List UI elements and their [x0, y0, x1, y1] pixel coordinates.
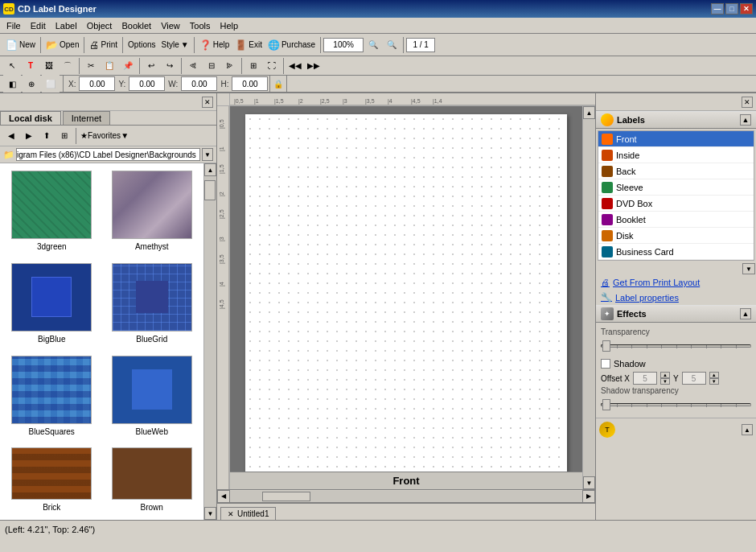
- canvas-scroll-up[interactable]: ▲: [583, 106, 595, 119]
- tool-zoom-fit[interactable]: ⛶: [263, 57, 281, 75]
- view-toggle-button[interactable]: ⊞: [56, 128, 72, 144]
- tool-select[interactable]: ↖: [3, 57, 21, 75]
- w-input[interactable]: [181, 76, 217, 91]
- tool-misc2[interactable]: ⊕: [23, 75, 40, 93]
- file-item-bluesquares[interactable]: BlueSquares: [3, 352, 101, 441]
- maximize-button[interactable]: □: [725, 3, 738, 14]
- path-input[interactable]: [16, 148, 200, 161]
- offset-x-input[interactable]: [633, 372, 657, 385]
- offset-y-down[interactable]: ▼: [709, 378, 719, 385]
- tool-next[interactable]: ▶▶: [305, 57, 323, 75]
- menu-edit[interactable]: Edit: [26, 18, 51, 33]
- file-item-blueweb[interactable]: BlueWeb: [104, 352, 201, 441]
- file-item-bluegrid[interactable]: BlueGrid: [104, 259, 201, 348]
- transparency-slider-thumb[interactable]: [602, 340, 610, 352]
- favorites-button[interactable]: ★ Favorites ▼: [80, 128, 129, 144]
- page-nav-input[interactable]: [406, 38, 435, 52]
- bottom-collapse-button[interactable]: ▲: [742, 424, 753, 435]
- scroll-up-button[interactable]: ▲: [204, 163, 216, 176]
- label-item-front[interactable]: Front: [598, 131, 754, 147]
- offset-y-input[interactable]: [682, 372, 706, 385]
- menu-file[interactable]: File: [2, 18, 26, 33]
- tool-text[interactable]: T: [22, 57, 39, 75]
- tool-redo[interactable]: ↪: [161, 57, 179, 75]
- shadow-checkbox[interactable]: [601, 359, 610, 369]
- doc-tab-untitled[interactable]: ✕ Untitled1: [220, 507, 276, 520]
- menu-help[interactable]: Help: [215, 18, 243, 33]
- offset-x-up[interactable]: ▲: [660, 372, 670, 378]
- panel-close-button[interactable]: ✕: [202, 97, 213, 108]
- style-button[interactable]: Style ▼: [159, 36, 191, 54]
- menu-tools[interactable]: Tools: [185, 18, 216, 33]
- doc-tab-close-icon[interactable]: ✕: [228, 510, 234, 518]
- tool-align-center[interactable]: ⊟: [203, 57, 220, 75]
- menu-label[interactable]: Label: [51, 18, 82, 33]
- x-input[interactable]: [79, 76, 115, 91]
- tab-local-disk[interactable]: Local disk: [0, 111, 61, 125]
- path-dropdown-button[interactable]: ▼: [202, 148, 213, 161]
- file-item-3dgreen[interactable]: 3dgreen: [3, 167, 101, 256]
- file-item-brown[interactable]: Brown: [104, 443, 201, 517]
- tool-misc1[interactable]: ◧: [3, 75, 21, 93]
- h-input[interactable]: [232, 76, 268, 91]
- offset-y-up[interactable]: ▲: [709, 372, 719, 378]
- shadow-transparency-slider-thumb[interactable]: [602, 399, 610, 410]
- file-item-amethyst[interactable]: Amethyst: [104, 167, 201, 256]
- menu-booklet[interactable]: Booklet: [117, 18, 156, 33]
- label-properties-link[interactable]: 🔧 Label properties: [596, 290, 756, 305]
- label-item-inside[interactable]: Inside: [598, 147, 754, 163]
- tool-prev[interactable]: ◀◀: [286, 57, 304, 75]
- tool-align-right[interactable]: ⫸: [221, 57, 239, 75]
- print-button[interactable]: 🖨 Print: [87, 36, 120, 54]
- zoom-input[interactable]: [323, 38, 364, 52]
- offset-x-down[interactable]: ▼: [660, 378, 670, 385]
- canvas-h-scroll-thumb[interactable]: [262, 492, 310, 501]
- effects-collapse-button[interactable]: ▲: [740, 308, 751, 319]
- tool-arc[interactable]: ⌒: [59, 57, 76, 75]
- label-list-scroll-down[interactable]: ▼: [742, 263, 755, 274]
- canvas-scroll-track[interactable]: [583, 119, 595, 476]
- nav-back-button[interactable]: ◀: [3, 128, 19, 144]
- tool-align-left[interactable]: ⫷: [184, 57, 202, 75]
- label-item-bizcard[interactable]: Business Card: [598, 244, 754, 260]
- file-item-brick[interactable]: Brick: [3, 443, 101, 517]
- canvas-h-scroll-left[interactable]: ◀: [217, 490, 230, 503]
- tool-image[interactable]: 🖼: [40, 57, 58, 75]
- right-panel-close-button[interactable]: ✕: [742, 97, 753, 108]
- label-item-dvdbox[interactable]: DVD Box: [598, 196, 754, 212]
- scroll-track[interactable]: [204, 176, 216, 507]
- label-item-disk[interactable]: Disk: [598, 228, 754, 244]
- tool-undo[interactable]: ↩: [142, 57, 160, 75]
- label-item-back[interactable]: Back: [598, 163, 754, 179]
- tool-misc3[interactable]: ⬜: [42, 75, 60, 93]
- y-input[interactable]: [129, 76, 165, 91]
- file-item-bigblue[interactable]: BigBlue: [3, 259, 101, 348]
- tool-copy[interactable]: 📋: [101, 57, 118, 75]
- scroll-down-button[interactable]: ▼: [204, 507, 216, 520]
- label-item-sleeve[interactable]: Sleeve: [598, 179, 754, 196]
- canvas-scroll[interactable]: Front: [230, 106, 582, 489]
- tool-cut[interactable]: ✂: [82, 57, 100, 75]
- open-button[interactable]: 📂 Open: [43, 36, 81, 54]
- menu-object[interactable]: Object: [82, 18, 117, 33]
- new-button[interactable]: 📄 New: [3, 36, 38, 54]
- label-item-booklet[interactable]: Booklet: [598, 212, 754, 228]
- tool-paste[interactable]: 📌: [119, 57, 137, 75]
- help-button[interactable]: ❓ Help: [197, 36, 232, 54]
- options-button[interactable]: Options: [125, 36, 158, 54]
- close-button[interactable]: ✕: [740, 3, 753, 14]
- minimize-button[interactable]: —: [711, 3, 724, 14]
- zoom-in-button[interactable]: 🔍: [383, 36, 401, 54]
- nav-up-button[interactable]: ⬆: [39, 128, 55, 144]
- nav-forward-button[interactable]: ▶: [21, 128, 37, 144]
- canvas-scroll-down[interactable]: ▼: [583, 476, 595, 489]
- exit-button[interactable]: 🚪 Exit: [232, 36, 265, 54]
- get-from-print-layout-link[interactable]: 🖨 Get From Print Layout: [596, 275, 756, 290]
- purchase-button[interactable]: 🌐 Purchase: [265, 36, 318, 54]
- labels-collapse-button[interactable]: ▲: [740, 114, 751, 126]
- scroll-thumb[interactable]: [204, 180, 216, 200]
- tab-internet[interactable]: Internet: [63, 111, 110, 125]
- lock-aspect-button[interactable]: 🔒: [269, 75, 287, 93]
- menu-view[interactable]: View: [156, 18, 185, 33]
- tool-grid[interactable]: ⊞: [244, 57, 262, 75]
